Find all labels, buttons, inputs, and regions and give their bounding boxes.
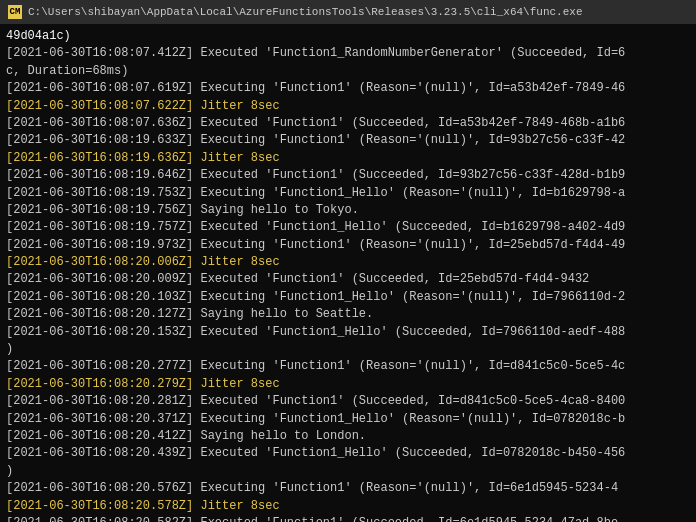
terminal-line: [2021-06-30T16:08:19.636Z] Jitter 8sec — [6, 150, 690, 167]
terminal-line: [2021-06-30T16:08:20.281Z] Executed 'Fun… — [6, 393, 690, 410]
terminal-line: [2021-06-30T16:08:20.576Z] Executing 'Fu… — [6, 480, 690, 497]
terminal-line: [2021-06-30T16:08:20.277Z] Executing 'Fu… — [6, 358, 690, 375]
terminal-line: [2021-06-30T16:08:20.127Z] Saying hello … — [6, 306, 690, 323]
title-bar: CM C:\Users\shibayan\AppData\Local\Azure… — [0, 0, 696, 24]
terminal-line: [2021-06-30T16:08:07.619Z] Executing 'Fu… — [6, 80, 690, 97]
terminal-line: [2021-06-30T16:08:19.633Z] Executing 'Fu… — [6, 132, 690, 149]
terminal-line: [2021-06-30T16:08:20.009Z] Executed 'Fun… — [6, 271, 690, 288]
terminal-line: [2021-06-30T16:08:20.153Z] Executed 'Fun… — [6, 324, 690, 341]
terminal-line: [2021-06-30T16:08:20.412Z] Saying hello … — [6, 428, 690, 445]
terminal-line: [2021-06-30T16:08:19.753Z] Executing 'Fu… — [6, 185, 690, 202]
terminal-line: [2021-06-30T16:08:20.582Z] Executed 'Fun… — [6, 515, 690, 522]
terminal-line: [2021-06-30T16:08:20.006Z] Jitter 8sec — [6, 254, 690, 271]
terminal-line: ) — [6, 463, 690, 480]
terminal-line: ) — [6, 341, 690, 358]
terminal-line: [2021-06-30T16:08:19.757Z] Executed 'Fun… — [6, 219, 690, 236]
terminal-output[interactable]: 49d04a1c)[2021-06-30T16:08:07.412Z] Exec… — [0, 24, 696, 522]
terminal-line: [2021-06-30T16:08:20.103Z] Executing 'Fu… — [6, 289, 690, 306]
terminal-line: c, Duration=68ms) — [6, 63, 690, 80]
terminal-line: [2021-06-30T16:08:07.622Z] Jitter 8sec — [6, 98, 690, 115]
terminal-line: [2021-06-30T16:08:19.973Z] Executing 'Fu… — [6, 237, 690, 254]
terminal-line: [2021-06-30T16:08:07.636Z] Executed 'Fun… — [6, 115, 690, 132]
terminal-line: [2021-06-30T16:08:19.646Z] Executed 'Fun… — [6, 167, 690, 184]
terminal-line: [2021-06-30T16:08:20.371Z] Executing 'Fu… — [6, 411, 690, 428]
terminal-line: [2021-06-30T16:08:20.279Z] Jitter 8sec — [6, 376, 690, 393]
title-bar-text: C:\Users\shibayan\AppData\Local\AzureFun… — [28, 6, 583, 18]
terminal-line: [2021-06-30T16:08:19.756Z] Saying hello … — [6, 202, 690, 219]
terminal-line: [2021-06-30T16:08:20.439Z] Executed 'Fun… — [6, 445, 690, 462]
terminal-line: [2021-06-30T16:08:20.578Z] Jitter 8sec — [6, 498, 690, 515]
terminal-line: 49d04a1c) — [6, 28, 690, 45]
terminal-line: [2021-06-30T16:08:07.412Z] Executed 'Fun… — [6, 45, 690, 62]
terminal-icon: CM — [8, 5, 22, 19]
